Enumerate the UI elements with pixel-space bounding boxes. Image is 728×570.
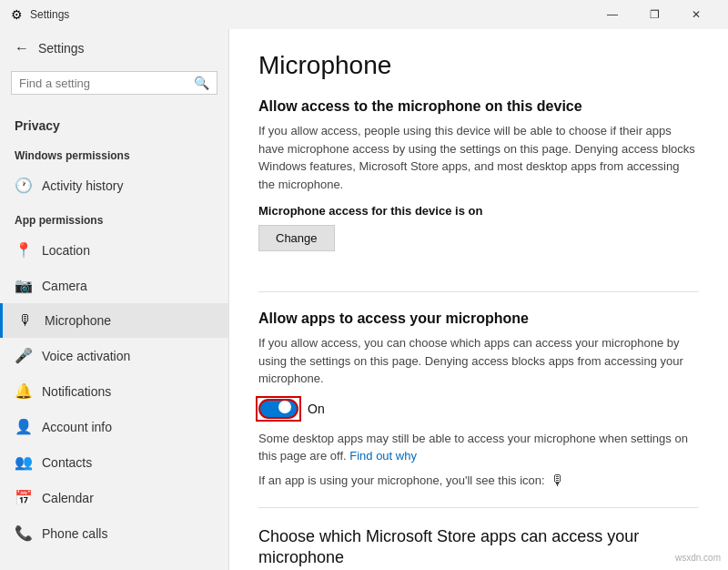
privacy-label: Privacy xyxy=(0,106,228,138)
title-bar: ⚙ Settings — ❐ ✕ xyxy=(0,0,728,29)
sidebar-item-location[interactable]: 📍 Location xyxy=(0,232,228,268)
settings-icon: ⚙ xyxy=(11,7,23,22)
phone-calls-icon: 📞 xyxy=(15,524,31,542)
find-out-why-link[interactable]: Find out why xyxy=(349,449,417,463)
app-permissions-label: App permissions xyxy=(0,203,228,232)
section1-desc: If you allow access, people using this d… xyxy=(258,122,699,193)
sidebar-item-contacts[interactable]: 👥 Contacts xyxy=(0,444,228,480)
close-button[interactable]: ✕ xyxy=(675,0,717,29)
sidebar-item-voice-activation[interactable]: 🎤 Voice activation xyxy=(0,338,228,373)
microphone-icon: 🎙 xyxy=(17,312,34,329)
title-bar-controls: — ❐ ✕ xyxy=(592,0,717,29)
section2-title: Allow apps to access your microphone xyxy=(258,310,699,327)
sidebar-item-activity-history[interactable]: 🕐 Activity history xyxy=(0,168,228,203)
app-container: ← Settings 🔍 Privacy Windows permissions… xyxy=(0,29,728,570)
search-icon[interactable]: 🔍 xyxy=(194,76,209,90)
camera-icon: 📷 xyxy=(15,277,31,294)
sidebar-item-phone-calls[interactable]: 📞 Phone calls xyxy=(0,515,228,551)
note-text-content: Some desktop apps may still be able to a… xyxy=(258,432,688,463)
sidebar-item-notifications[interactable]: 🔔 Notifications xyxy=(0,373,228,409)
search-input[interactable] xyxy=(19,76,188,90)
toggle-row: On xyxy=(258,399,699,419)
contacts-icon: 👥 xyxy=(15,453,31,471)
section2-desc: If you allow access, you can choose whic… xyxy=(258,334,699,388)
divider2 xyxy=(258,507,699,508)
sidebar-item-label: Microphone xyxy=(45,313,111,328)
calendar-icon: 📅 xyxy=(15,489,31,506)
sidebar-item-microphone[interactable]: 🎙 Microphone xyxy=(0,303,228,338)
sidebar-item-label: Camera xyxy=(42,279,87,293)
account-info-icon: 👤 xyxy=(15,418,31,435)
sidebar-item-label: Phone calls xyxy=(42,526,107,541)
watermark: wsxdn.com xyxy=(675,553,721,563)
title-bar-left: ⚙ Settings xyxy=(11,7,69,22)
toggle-state-label: On xyxy=(308,402,325,416)
sidebar-item-label: Activity history xyxy=(42,178,123,193)
sidebar-back-label: Settings xyxy=(38,41,85,56)
sidebar-item-calendar[interactable]: 📅 Calendar xyxy=(0,480,228,515)
back-arrow-icon: ← xyxy=(15,40,29,56)
section3-title: Choose which Microsoft Store apps can ac… xyxy=(258,526,699,569)
maximize-button[interactable]: ❐ xyxy=(633,0,675,29)
section1-title: Allow access to the microphone on this d… xyxy=(258,98,699,115)
voice-activation-icon: 🎤 xyxy=(15,347,31,364)
notifications-icon: 🔔 xyxy=(15,382,31,400)
activity-history-icon: 🕐 xyxy=(15,177,31,194)
windows-permissions-label: Windows permissions xyxy=(0,138,228,168)
sidebar-item-label: Location xyxy=(42,243,90,258)
sidebar-item-label: Account info xyxy=(42,420,112,434)
sidebar-back-button[interactable]: ← Settings xyxy=(0,29,228,67)
divider1 xyxy=(258,291,699,292)
content-area: Microphone Allow access to the microphon… xyxy=(229,29,728,570)
title-bar-title: Settings xyxy=(30,8,69,21)
sidebar-item-camera[interactable]: 📷 Camera xyxy=(0,268,228,303)
sidebar-item-label: Calendar xyxy=(42,491,94,505)
icon-note: If an app is using your microphone, you'… xyxy=(258,473,699,489)
device-status-label: Microphone access for this device is on xyxy=(258,204,699,218)
toggle-thumb xyxy=(278,401,291,413)
page-title: Microphone xyxy=(258,51,699,80)
sidebar-item-label: Notifications xyxy=(42,384,111,399)
change-button[interactable]: Change xyxy=(258,225,335,251)
sidebar-item-label: Voice activation xyxy=(42,349,130,363)
microphone-small-icon: 🎙 xyxy=(551,473,565,489)
sidebar: ← Settings 🔍 Privacy Windows permissions… xyxy=(0,29,229,570)
sidebar-item-label: Contacts xyxy=(42,455,92,470)
location-icon: 📍 xyxy=(15,241,31,259)
desktop-apps-note: Some desktop apps may still be able to a… xyxy=(258,430,699,465)
minimize-button[interactable]: — xyxy=(592,0,633,29)
sidebar-item-account-info[interactable]: 👤 Account info xyxy=(0,409,228,444)
search-box[interactable]: 🔍 xyxy=(11,71,217,95)
icon-note-text: If an app is using your microphone, you'… xyxy=(258,473,545,487)
microphone-toggle[interactable] xyxy=(258,399,298,419)
